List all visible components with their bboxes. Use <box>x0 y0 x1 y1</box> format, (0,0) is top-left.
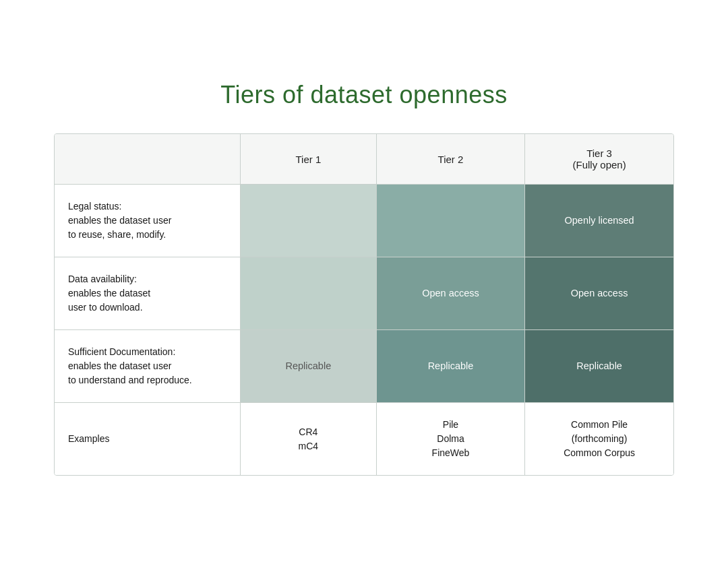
availability-tier2-cell: Open access <box>376 257 524 330</box>
header-tier3: Tier 3 (Fully open) <box>525 134 673 185</box>
legal-tier3-cell: Openly licensed <box>525 185 673 257</box>
row-documentation: Sufficient Documentation:enables the dat… <box>55 330 673 403</box>
legal-label: Legal status:enables the dataset userto … <box>55 185 240 257</box>
header-row: Tier 1 Tier 2 Tier 3 (Fully open) <box>55 134 673 185</box>
examples-tier2-cell: PileDolmaFineWeb <box>376 403 524 476</box>
table-container: Tier 1 Tier 2 Tier 3 (Fully open) Legal … <box>54 133 674 476</box>
row-availability: Data availability:enables the datasetuse… <box>55 257 673 330</box>
availability-tier3-cell: Open access <box>525 257 673 330</box>
documentation-tier2-cell: Replicable <box>376 330 524 403</box>
examples-label: Examples <box>55 403 240 476</box>
documentation-label: Sufficient Documentation:enables the dat… <box>55 330 240 403</box>
availability-label: Data availability:enables the datasetuse… <box>55 257 240 330</box>
row-legal: Legal status:enables the dataset userto … <box>55 185 673 257</box>
availability-tier1-cell <box>240 257 376 330</box>
row-examples: Examples CR4mC4 PileDolmaFineWeb Common … <box>55 403 673 476</box>
page-title: Tiers of dataset openness <box>220 81 507 109</box>
examples-tier1-cell: CR4mC4 <box>240 403 376 476</box>
legal-tier2-cell <box>376 185 524 257</box>
openness-table: Tier 1 Tier 2 Tier 3 (Fully open) Legal … <box>55 134 673 475</box>
documentation-tier3-cell: Replicable <box>525 330 673 403</box>
header-tier1: Tier 1 <box>240 134 376 185</box>
page-wrapper: Tiers of dataset openness Tier 1 Tier 2 <box>0 54 728 516</box>
header-tier2: Tier 2 <box>376 134 524 185</box>
legal-tier1-cell <box>240 185 376 257</box>
examples-tier3-cell: Common Pile(forthcoming)Common Corpus <box>525 403 673 476</box>
documentation-tier1-cell: Replicable <box>240 330 376 403</box>
header-label-cell <box>55 134 240 185</box>
